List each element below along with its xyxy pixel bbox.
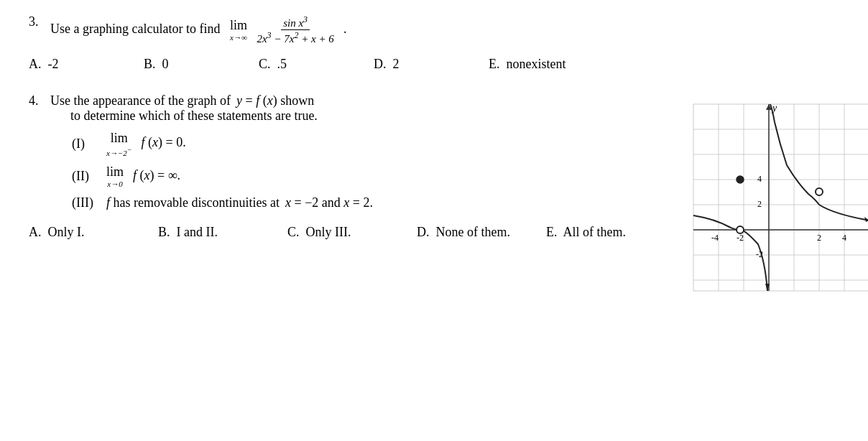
q3-lim-under: x→∞ — [230, 33, 247, 42]
q3-denominator: 2x3 − 7x2 + x + 6 — [254, 30, 336, 45]
stmt-II: (II) lim x→0 f (x) = ∞. — [72, 164, 675, 188]
q3-choice-b: B. 0 — [144, 57, 259, 72]
q4-choices: A. Only I. B. I and II. C. Only III. D. … — [29, 225, 675, 240]
svg-text:2: 2 — [817, 233, 821, 243]
svg-point-30 — [737, 226, 744, 233]
q4-line2: to determine which of these statements a… — [70, 108, 318, 123]
q4-choice-d: D. None of them. — [417, 225, 546, 240]
stmt-III-num: (III) — [72, 195, 101, 210]
svg-rect-0 — [693, 104, 868, 291]
q4-left: 4. Use the appearance of the graph of y … — [29, 93, 675, 240]
svg-text:-4: -4 — [711, 233, 719, 243]
svg-point-31 — [737, 176, 744, 183]
q3-lim-operator: lim x→∞ — [230, 18, 247, 42]
stmt-I-text: lim x→−2− f (x) = 0. — [106, 131, 186, 157]
stmt-I-num: (I) — [72, 136, 101, 152]
q3-choice-a: A. -2 — [29, 57, 144, 72]
q4-question-row: 4. Use the appearance of the graph of y … — [29, 93, 675, 124]
q4-container: 4. Use the appearance of the graph of y … — [29, 93, 839, 298]
q3-number: 3. — [29, 14, 50, 29]
svg-text:4: 4 — [757, 174, 762, 184]
question-3: 3. Use a graphing calculator to find lim… — [29, 14, 839, 72]
q4-text: Use the appearance of the graph of y = f… — [50, 93, 675, 124]
stmt-I-lim: lim x→−2− — [106, 131, 132, 157]
stmt-II-lim-under: x→0 — [107, 180, 122, 188]
q3-lim-label: lim — [230, 18, 247, 33]
q4-choice-a: A. Only I. — [29, 225, 158, 240]
graph-svg: x y -4 -2 2 4 -2 2 4 — [690, 101, 868, 294]
stmt-I: (I) lim x→−2− f (x) = 0. — [72, 131, 675, 157]
q3-choice-c: C. .5 — [259, 57, 374, 72]
svg-text:2: 2 — [757, 199, 762, 209]
q4-number: 4. — [29, 93, 50, 108]
stmt-II-text: lim x→0 f (x) = ∞. — [106, 164, 180, 188]
stmt-III: (III) f has removable discontinuities at… — [72, 195, 675, 210]
q4-line1: Use the appearance of the graph of y = f… — [50, 93, 314, 108]
q3-numerator: sin x3 — [281, 14, 310, 30]
q4-choice-e: E. All of them. — [546, 225, 675, 240]
svg-point-32 — [816, 188, 823, 195]
svg-text:-2: -2 — [737, 233, 744, 243]
stmt-II-lim-label: lim — [106, 164, 124, 180]
q3-text: Use a graphing calculator to find lim x→… — [50, 14, 839, 45]
stmt-III-text: f has removable discontinuities at x = −… — [106, 195, 373, 210]
stmt-I-lim-under: x→−2− — [106, 146, 132, 157]
stmt-I-lim-label: lim — [111, 131, 128, 146]
stmt-II-lim: lim x→0 — [106, 164, 124, 188]
q3-choice-e: E. nonexistent — [489, 57, 647, 72]
q4-choice-c: C. Only III. — [287, 225, 417, 240]
question-4: 4. Use the appearance of the graph of y … — [29, 93, 839, 298]
q4-graph: x y -4 -2 2 4 -2 2 4 — [690, 101, 868, 298]
svg-text:4: 4 — [842, 233, 846, 243]
q3-choices: A. -2 B. 0 C. .5 D. 2 E. nonexistent — [29, 57, 839, 72]
q4-statements: (I) lim x→−2− f (x) = 0. (II) lim — [72, 131, 675, 210]
q4-choice-b: B. I and II. — [158, 225, 287, 240]
q3-choice-d: D. 2 — [374, 57, 489, 72]
q3-before-limit: Use a graphing calculator to find — [50, 22, 220, 36]
q3-fraction: sin x3 2x3 − 7x2 + x + 6 — [254, 14, 336, 45]
stmt-II-num: (II) — [72, 169, 101, 184]
